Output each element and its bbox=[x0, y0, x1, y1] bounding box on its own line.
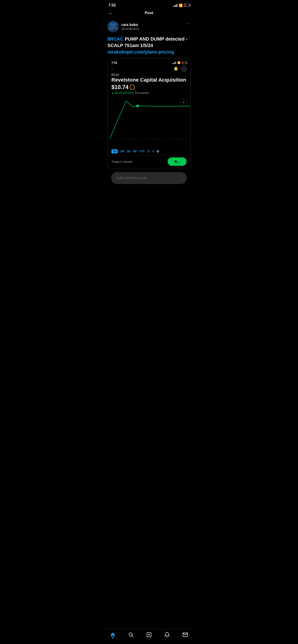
embed-signal-icon bbox=[172, 62, 176, 64]
embed-ticker-symbol: RCAC bbox=[108, 73, 190, 76]
timeframe-1d[interactable]: 1D bbox=[111, 149, 118, 154]
signal-icon bbox=[173, 4, 177, 7]
status-time: 7:52 bbox=[108, 3, 116, 8]
avatar[interactable]: RARAKOKO GOODVIBES MANNaturally Curious bbox=[107, 21, 119, 32]
embed-change: ▲ $5.09 (90.09%) Pre-market bbox=[108, 91, 190, 94]
author-info: rara koko @rarakoko3 bbox=[121, 23, 139, 30]
embed-change-value: ▲ $5.09 (90.09%) bbox=[111, 91, 134, 94]
post-body: $RCAC PUMP AND DUMP detected -SCALP 751a… bbox=[107, 36, 191, 55]
chart-area: ⤢ bbox=[108, 96, 190, 148]
embed-status-bar: 7:51 📶 bbox=[108, 59, 190, 65]
embedded-screenshot: 7:51 📶 ‹ 🔔 + RCAC Revelstone Capital Acq… bbox=[107, 58, 191, 169]
embed-price-value: $10.74 bbox=[111, 84, 128, 90]
page-title: Post bbox=[145, 11, 153, 15]
chart-svg bbox=[108, 96, 190, 148]
timeframe-1w[interactable]: 1W bbox=[120, 150, 124, 153]
timeframe-3m[interactable]: 3M bbox=[133, 150, 137, 153]
timeframe-gear-icon[interactable]: ⚙ bbox=[156, 150, 159, 153]
embed-battery-icon bbox=[182, 62, 187, 64]
embed-wifi-icon: 📶 bbox=[177, 61, 181, 64]
author-handle: @rarakoko3 bbox=[121, 27, 139, 30]
battery-icon bbox=[184, 4, 190, 7]
timeframe-1y[interactable]: 1Y bbox=[147, 150, 150, 153]
back-button[interactable]: ← bbox=[108, 10, 113, 16]
nav-bar: ← Post bbox=[104, 9, 194, 18]
embed-volume-label: Today's Volume bbox=[111, 160, 133, 164]
more-options-button[interactable]: ··· bbox=[186, 21, 191, 26]
add-post-input[interactable]: Add another post bbox=[111, 172, 187, 184]
embed-nav: ‹ 🔔 + bbox=[108, 65, 190, 73]
status-bar: 7:52 📶 bbox=[104, 0, 194, 9]
post-header: RARAKOKO GOODVIBES MANNaturally Curious … bbox=[107, 21, 191, 32]
wifi-icon: 📶 bbox=[179, 4, 183, 7]
post-container: RARAKOKO GOODVIBES MANNaturally Curious … bbox=[104, 18, 194, 187]
embed-status-time: 7:51 bbox=[111, 61, 117, 64]
embed-premarket-label: Pre-market bbox=[135, 91, 149, 94]
embed-price: $10.74 → bbox=[108, 84, 190, 90]
embed-timeframes: 1D 1W 1M 3M YTD 1Y 5 ⚙ bbox=[108, 148, 190, 155]
embed-buy-button[interactable]: B... bbox=[168, 158, 187, 166]
timeframe-ytd[interactable]: YTD bbox=[139, 150, 145, 153]
embed-volume-row: Today's Volume B... bbox=[108, 155, 190, 168]
post-author: RARAKOKO GOODVIBES MANNaturally Curious … bbox=[107, 21, 139, 32]
avatar-image: RARAKOKO GOODVIBES MANNaturally Curious bbox=[107, 21, 119, 32]
ticker-tag[interactable]: $RCAC bbox=[107, 36, 123, 42]
embed-add-icon[interactable]: + bbox=[181, 66, 187, 72]
embed-status-icons: 📶 bbox=[172, 61, 187, 64]
status-icons: 📶 bbox=[173, 4, 190, 7]
embed-nav-icons: 🔔 + bbox=[174, 66, 187, 72]
svg-point-1 bbox=[136, 104, 139, 107]
author-name: rara koko bbox=[121, 23, 139, 27]
embed-company-name: Revelstone Capital Acquisition bbox=[108, 77, 190, 83]
embed-back-button[interactable]: ‹ bbox=[111, 66, 113, 72]
timeframe-5[interactable]: 5 bbox=[152, 150, 154, 153]
timeframe-1m[interactable]: 1M bbox=[127, 150, 130, 153]
embed-price-arrow-icon: → bbox=[130, 84, 135, 90]
post-link[interactable]: rarakokopd.com/plans-pricing bbox=[107, 50, 174, 54]
embed-notification-icon[interactable]: 🔔 bbox=[174, 66, 178, 72]
